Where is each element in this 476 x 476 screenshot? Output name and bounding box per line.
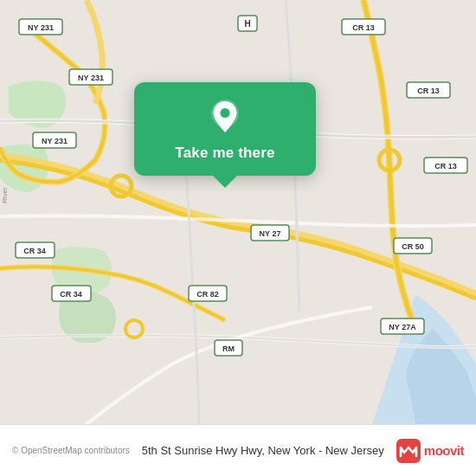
moovit-icon [396, 439, 421, 463]
svg-text:NY 231: NY 231 [78, 74, 104, 82]
moovit-brand-label: moovit [424, 443, 464, 458]
svg-text:River: River [1, 187, 9, 203]
svg-text:CR 13: CR 13 [352, 23, 375, 32]
svg-text:NY 27: NY 27 [260, 229, 281, 238]
svg-text:RM: RM [222, 344, 235, 353]
svg-text:NY 231: NY 231 [28, 23, 54, 32]
moovit-logo: moovit [396, 439, 464, 463]
svg-text:NY 27A: NY 27A [389, 323, 416, 331]
bottom-bar: © OpenStreetMap contributors 5th St Sunr… [0, 424, 476, 476]
svg-text:CR 13: CR 13 [434, 162, 457, 170]
map-view[interactable]: NY 231 NY 231 H CR 13 CR 13 CR 13 NY 231… [0, 0, 476, 424]
svg-text:NY 231: NY 231 [42, 137, 68, 145]
svg-text:CR 13: CR 13 [417, 87, 440, 95]
svg-point-34 [221, 108, 230, 118]
location-pin-icon [206, 98, 244, 136]
map-attribution: © OpenStreetMap contributors [12, 446, 130, 455]
svg-text:CR 82: CR 82 [196, 290, 219, 299]
svg-text:CR 34: CR 34 [23, 247, 46, 255]
take-me-there-button[interactable]: Take me there [175, 145, 274, 162]
svg-text:CR 34: CR 34 [60, 290, 82, 299]
location-label: 5th St Sunrise Hwy Hwy, New York - New J… [138, 444, 388, 457]
svg-text:H: H [244, 19, 250, 29]
svg-text:CR 50: CR 50 [402, 242, 424, 251]
navigation-popup[interactable]: Take me there [134, 82, 316, 176]
